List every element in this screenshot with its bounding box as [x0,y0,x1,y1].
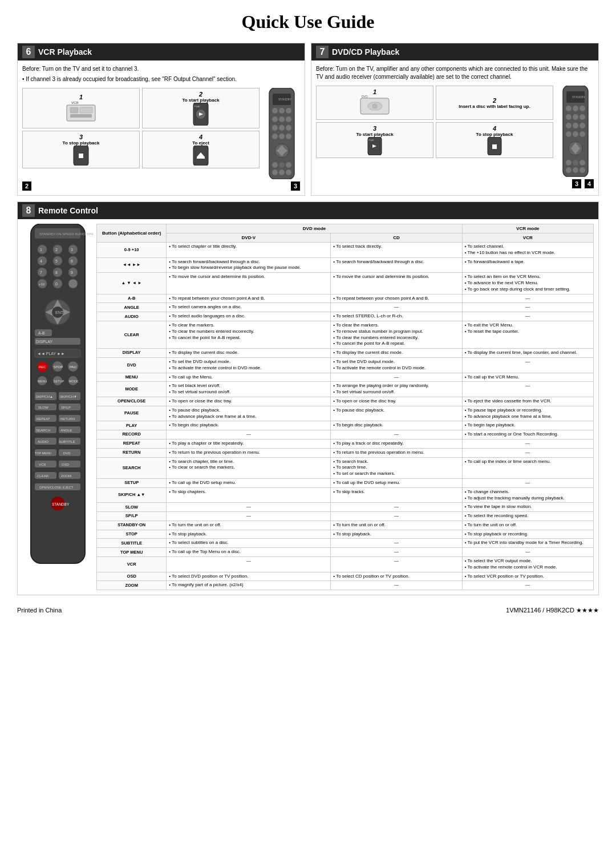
vcr-steps-grid: 1 VCR 2 To start pl [22,88,260,168]
cd-cell: — [331,430,462,439]
button-cell: SUBTITLE [97,539,167,548]
vcr-mode-cell: — [462,357,593,373]
svg-point-16 [272,108,278,114]
dvdv-cell: • To search forward/backward through a d… [167,257,331,273]
table-row: SETUP• To call up the DVD setup menu.• T… [97,478,594,487]
dvdv-cell: • To select subtitles on a disc. [167,539,331,548]
vcr-mode-cell: — [462,439,593,448]
table-row: AUDIO• To select audio languages on a di… [97,312,594,321]
vcr-step1: 1 VCR [22,88,140,128]
remote-function-table: Button (Alphabetical order) DVD mode VCR… [96,224,594,590]
dvdv-cell: • To play a chapter or title repeatedly. [167,439,331,448]
svg-point-67 [573,160,578,166]
table-row: DISPLAY• To display the current disc mod… [97,349,594,358]
vcr-mode-cell: — [462,294,593,303]
dvdv-cell: • To call up the Menu. [167,373,331,382]
svg-text:RETURN: RETURN [60,417,75,421]
svg-text:+10: +10 [39,283,45,286]
vcr-mode-cell: • To forward/backward a tape. [462,257,593,273]
step4-label: To eject [192,140,209,146]
dvdv-cell: • To skip chapters. [167,487,331,503]
button-cell: OSD [97,572,167,581]
page: Quick Use Guide 6 VCR Playback Before: T… [0,0,616,843]
svg-point-76 [38,245,47,254]
table-row: PAUSE• To pause disc playback.• To advan… [97,406,594,421]
button-cell: PAUSE [97,406,167,421]
cd-icon: CD [393,235,400,240]
table-row: MODE• To set black level on/off.• To set… [97,382,594,397]
vcr-device-icon: VCR [66,100,97,123]
table-row: CLEAR• To clear the markers.• To clear t… [97,321,594,348]
dvdv-cell: • To select DVD position or TV position. [167,572,331,581]
dvdv-cell: • To display the current disc mode. [167,349,331,358]
table-row: STOP• To stop playback.• To stop playbac… [97,530,594,539]
vcr-mode-cell: • To begin tape playback. [462,421,593,430]
dvdv-cell: • To select camera angles on a disc. [167,303,331,312]
remote-num: 8 [22,204,35,217]
cd-cell: — [331,373,462,382]
svg-point-60 [566,131,572,137]
dvdv-cell: — [167,557,331,572]
button-cell: MODE [97,382,167,397]
col-vcrmode-header: VCR mode [462,224,593,233]
svg-point-92 [68,268,78,277]
button-cell: AUDIO [97,312,167,321]
dvd-title: DVD/CD Playback [332,47,399,57]
vcr-mode-cell: • To put the VCR into standby mode for a… [462,539,593,548]
section-remote: 8 Remote Control STANDBY·ON SPEED AUDIO … [17,201,599,595]
svg-text:SUBTITLE: SUBTITLE [59,440,75,443]
dvdv-cell: • To stop playback. [167,530,331,539]
cd-cell: • To stop playback. [331,530,462,539]
vcr-mode-cell: • To select VCR position or TV position. [462,572,593,581]
button-cell: RECORD [97,430,167,439]
cd-cell: — [331,557,462,572]
button-cell: A-B [97,294,167,303]
cd-cell: — [331,581,462,590]
svg-point-38 [286,170,291,175]
svg-text:SKIP/CH▼: SKIP/CH▼ [60,395,77,398]
dvd-num: 7 [316,46,329,58]
svg-text:ANGLE: ANGLE [60,429,72,432]
cd-cell: • To turn the unit on or off. [331,521,462,530]
cd-cell: • To search forward/backward through a d… [331,257,462,273]
cd-cell: • To select track directly. [331,243,462,258]
cd-cell: • To search track.• To search time.• To … [331,457,462,478]
svg-point-35 [286,162,291,168]
step3-num: 3 [79,134,83,140]
button-cell: CLEAR [97,321,167,348]
svg-point-54 [566,114,572,120]
svg-point-69 [566,167,572,173]
cd-cell: • To repeat between your chosen point A … [331,294,462,303]
vcr-mode-cell: — [462,312,593,321]
dvdv-cell: • To return to the previous operation in… [167,448,331,457]
vcr-mode-cell: • To eject the video cassette from the V… [462,397,593,406]
table-row: A-B• To repeat between your chosen point… [97,294,594,303]
button-cell: SP/LP [97,512,167,521]
bottom-step3: 3 [291,181,300,191]
svg-text:AUDIO: AUDIO [38,440,48,443]
svg-text:STANDBY·ON SPEED AUDIO OPEN/CL: STANDBY·ON SPEED AUDIO OPEN/CLOSE [39,232,94,236]
svg-text:DISPLAY: DISPLAY [36,340,52,344]
table-row: TOP MENU• To call up the Top Menu on a d… [97,548,594,557]
button-cell: REPEAT [97,439,167,448]
svg-point-20 [279,116,285,122]
button-cell: DVD [97,357,167,373]
dvdv-cell: — [167,503,331,512]
cd-cell: • To select STEREO, L-ch or R-ch. [331,312,462,321]
dvdv-cell: — [167,512,331,521]
svg-text:MODE: MODE [69,380,79,383]
vcr-note: • If channel 3 is already occupied for b… [22,75,300,83]
vcr-mode-cell: • To select channel.• The +10 button has… [462,243,593,258]
dvd-remote-area: STANDBY [557,86,594,177]
svg-point-17 [279,108,285,114]
svg-text:CLEAR: CLEAR [37,474,49,478]
dvdv-cell: • To search chapter, title or time.• To … [167,457,331,478]
svg-text:SP/LP: SP/LP [61,406,71,409]
vcr-diagram: 1 VCR 2 To start pl [22,88,300,179]
svg-point-25 [272,134,278,139]
button-cell: STANDBY·ON [97,521,167,530]
svg-point-19 [272,116,278,122]
svg-point-80 [68,245,78,254]
svg-point-98 [68,279,78,288]
svg-text:A-B: A-B [38,331,45,335]
